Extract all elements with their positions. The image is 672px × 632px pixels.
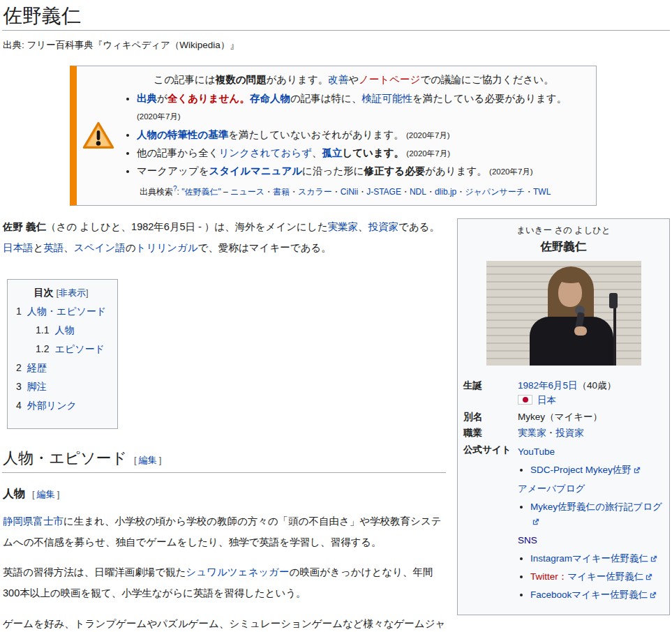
link[interactable]: 検証可能性: [361, 93, 412, 104]
warning-icon-cell: [77, 121, 120, 150]
link[interactable]: ノートページ: [359, 74, 420, 85]
official-site-item[interactable]: Mykey佐野義仁の旅行記ブログ: [530, 500, 664, 529]
link[interactable]: 日本語: [3, 242, 33, 253]
official-site-item[interactable]: Facebookマイキー佐野義仁: [530, 588, 664, 603]
edit-link[interactable]: [編集]: [32, 489, 59, 499]
text: しています。: [342, 147, 404, 158]
toc-item[interactable]: 1人物・エピソード: [16, 306, 106, 318]
official-site-item[interactable]: Twitter：マイキー佐野義仁: [530, 570, 664, 585]
toc-item[interactable]: 4外部リンク: [16, 400, 106, 412]
toc-toggle-label[interactable]: 非表示: [59, 287, 86, 298]
external-link-icon: [532, 518, 539, 525]
site-group-title: アメーバブログ: [518, 482, 664, 497]
text: (2020年7月): [404, 149, 450, 158]
link[interactable]: TWL: [533, 187, 551, 197]
issue-item: 他の記事から全くリンクされておらず、孤立しています。 (2020年7月): [137, 144, 588, 162]
link[interactable]: シュワルツェネッガー: [186, 566, 289, 578]
text: を満たしている必要があります。: [412, 93, 567, 104]
text: ・: [401, 187, 410, 197]
toc-link[interactable]: 経歴: [27, 362, 47, 373]
link[interactable]: マイキー佐野義仁: [567, 571, 643, 582]
infobox-row-occupation: 職業 実業家・投資家: [463, 426, 664, 441]
link[interactable]: CiNii: [341, 187, 358, 197]
text: の記事は特に、: [290, 93, 362, 104]
link[interactable]: Mykey佐野義仁の旅行記ブログ: [530, 502, 662, 512]
link[interactable]: 日本: [537, 395, 556, 405]
link[interactable]: 英語: [43, 242, 64, 253]
text: 他の記事から全く: [137, 147, 218, 158]
toc-link[interactable]: 脚注: [27, 381, 47, 392]
link[interactable]: ジャパンサーチ: [465, 187, 525, 197]
toc-item[interactable]: 1.2エピソード: [36, 343, 106, 356]
site-group-title: YouTube: [518, 445, 664, 460]
link[interactable]: SDC-Project Mykey佐野: [530, 465, 632, 475]
link[interactable]: 人物の特筆性の基準: [137, 129, 228, 140]
link[interactable]: スタイルマニュアル: [209, 165, 303, 176]
link[interactable]: 1982年6月5日: [518, 380, 578, 391]
edit-link[interactable]: [編集]: [134, 455, 161, 465]
bracket: ]: [159, 455, 162, 465]
link[interactable]: 実業家: [328, 221, 359, 232]
text: があります。: [267, 74, 329, 85]
link[interactable]: 出典: [137, 93, 157, 104]
link[interactable]: 書籍: [273, 187, 290, 197]
text: –: [221, 187, 230, 197]
toc-link[interactable]: 人物・エピソード: [27, 306, 106, 317]
birth-date: 1982年6月5日（40歳）: [518, 379, 664, 393]
link[interactable]: トリリンガル: [136, 242, 198, 253]
link[interactable]: スペイン語: [74, 242, 126, 253]
link[interactable]: J-STAGE: [366, 187, 401, 197]
link[interactable]: SNS: [518, 535, 537, 546]
infobox-value: 1982年6月5日（40歳） 日本: [518, 379, 664, 408]
link[interactable]: 静岡県富士市: [3, 516, 64, 527]
link[interactable]: 改善: [328, 74, 348, 85]
toc-number: 3: [16, 381, 22, 392]
photo-hair-fringe-shape: [555, 269, 586, 283]
link[interactable]: "佐野義仁": [181, 187, 221, 197]
link[interactable]: YouTube: [518, 446, 555, 457]
official-site-item[interactable]: Instagramマイキー佐野義仁: [530, 552, 664, 566]
portrait-photo[interactable]: [486, 261, 641, 366]
edit-link-label[interactable]: 編集: [137, 455, 159, 465]
link[interactable]: Facebookマイキー佐野義仁: [530, 589, 648, 600]
infobox-row-official-site: 公式サイト YouTube SDC-Project Mykey佐野 アメーバブロ…: [463, 443, 664, 606]
section-heading-text: 人物・エピソード: [3, 449, 127, 467]
text: に沿った形に: [302, 165, 364, 176]
text: と: [33, 242, 44, 253]
photo-hand-shape: [574, 326, 587, 336]
link[interactable]: アメーバブログ: [518, 483, 585, 494]
subsection-heading-text: 人物: [3, 488, 25, 499]
toc-link[interactable]: 外部リンク: [27, 400, 77, 411]
toc-link[interactable]: エピソード: [54, 343, 104, 354]
toc-title: 目次: [33, 287, 53, 298]
link[interactable]: dlib.jp: [435, 187, 456, 197]
photo-suit-shape: [530, 317, 613, 366]
toc-hide-toggle[interactable]: [非表示]: [56, 287, 88, 298]
link[interactable]: 孤立: [322, 147, 342, 158]
link[interactable]: スカラー: [298, 187, 332, 197]
link[interactable]: 投資家: [368, 221, 399, 232]
link[interactable]: NDL: [410, 187, 426, 197]
link[interactable]: Instagramマイキー佐野義仁: [530, 553, 648, 564]
toc-link[interactable]: 人物: [54, 324, 74, 336]
link[interactable]: リンクされておらず: [218, 147, 312, 158]
toc-item[interactable]: 1.1人物: [36, 324, 106, 337]
link[interactable]: 実業家: [518, 428, 546, 438]
toc-number: 1: [16, 306, 22, 317]
link[interactable]: 存命人物: [250, 93, 290, 104]
external-link-icon: [650, 555, 657, 562]
edit-link-label[interactable]: 編集: [35, 489, 57, 499]
infobox-kana: まいきー さの よしひと: [463, 223, 664, 237]
infobox-value: Mykey（マイキー）: [518, 410, 664, 425]
toc-item[interactable]: 3脚注: [16, 381, 106, 393]
link[interactable]: 投資家: [555, 428, 584, 438]
text: 、: [358, 221, 368, 232]
link[interactable]: ニュース: [230, 187, 264, 197]
link[interactable]: Twitter：: [530, 571, 567, 582]
official-site-item[interactable]: SDC-Project Mykey佐野: [530, 463, 664, 478]
text: (2020年7月): [137, 112, 181, 121]
issues-list: 出典が全くありません。存命人物の記事は特に、検証可能性を満たしている必要がありま…: [137, 90, 588, 181]
text: ・: [426, 187, 435, 197]
toc-item[interactable]: 2経歴: [16, 362, 106, 375]
photo-cell: [463, 261, 664, 377]
